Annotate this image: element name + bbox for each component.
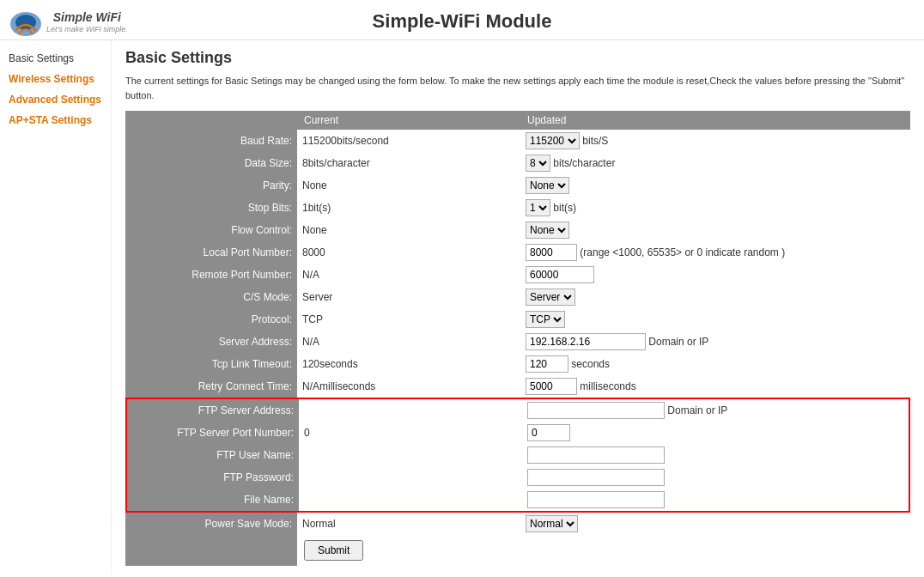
label-ftp-username: FTP User Name: <box>127 444 299 466</box>
label-ftp-server-address: FTP Server Address: <box>127 399 299 422</box>
select-flow-control[interactable]: None <box>526 222 569 239</box>
input-ftp-username[interactable] <box>527 446 665 464</box>
input-server-address[interactable] <box>526 333 646 350</box>
current-remote-port: N/A <box>297 264 520 286</box>
table-row: Remote Port Number: N/A <box>125 264 910 286</box>
logo-brand: Simple WiFi <box>46 10 128 25</box>
updated-local-port: (range <1000, 65535> or 0 indicate rando… <box>520 241 910 264</box>
label-protocol: Protocol: <box>125 308 297 331</box>
current-tcp-timeout: 120seconds <box>297 353 520 375</box>
input-local-port[interactable] <box>526 244 577 261</box>
col-current: Current <box>297 111 520 130</box>
table-row: Stop Bits: 1bit(s) 1 bit(s) <box>125 197 910 219</box>
logo-tagline: Let's make WiFi simple. <box>46 25 128 34</box>
updated-remote-port <box>520 264 910 286</box>
input-ftp-port[interactable] <box>527 424 570 441</box>
label-stop-bits: Stop Bits: <box>125 197 297 219</box>
col-updated: Updated <box>520 111 910 130</box>
input-tcp-timeout[interactable] <box>526 355 568 373</box>
submit-cell: Submit <box>297 535 910 566</box>
table-row: File Name: <box>127 489 909 511</box>
submit-button[interactable]: Submit <box>304 540 363 561</box>
table-row: Baud Rate: 115200bits/second 115200 bits… <box>125 130 910 152</box>
updated-ftp-username <box>522 444 909 466</box>
updated-server-address: Domain or IP <box>520 331 910 353</box>
current-power-save: Normal <box>297 513 520 535</box>
input-retry-connect[interactable] <box>526 378 577 395</box>
ftp-table: FTP Server Address: Domain or IP FTP Ser… <box>127 399 909 511</box>
current-ftp-password <box>299 466 522 489</box>
table-row: FTP Server Port Number: 0 <box>127 422 909 444</box>
current-parity: None <box>297 174 520 197</box>
current-flow-control: None <box>297 219 520 241</box>
updated-flow-control: None <box>520 219 910 241</box>
page-header: Simple WiFi Let's make WiFi simple. Simp… <box>0 0 924 40</box>
table-row: Power Save Mode: Normal Normal <box>125 513 910 535</box>
input-ftp-password[interactable] <box>527 469 665 486</box>
current-local-port: 8000 <box>297 241 520 264</box>
table-row: Submit <box>125 535 910 566</box>
select-data-size[interactable]: 8 <box>526 155 550 172</box>
label-parity: Parity: <box>125 174 297 197</box>
current-file-name <box>299 489 522 511</box>
label-power-save: Power Save Mode: <box>125 513 297 535</box>
label-retry-connect: Retry Connect Time: <box>125 375 297 398</box>
table-row: FTP Password: <box>127 466 909 489</box>
label-baud-rate: Baud Rate: <box>125 130 297 152</box>
input-remote-port[interactable] <box>526 266 594 283</box>
updated-baud-rate: 115200 bits/S <box>520 130 910 152</box>
table-row: Retry Connect Time: N/Amilliseconds mill… <box>125 375 910 398</box>
updated-ftp-password <box>522 466 909 489</box>
select-protocol[interactable]: TCP <box>526 311 565 328</box>
input-file-name[interactable] <box>527 491 665 508</box>
label-file-name: File Name: <box>127 489 299 511</box>
sidebar-item-apsta[interactable]: AP+STA Settings <box>7 111 104 130</box>
select-baud-rate[interactable]: 115200 <box>526 132 580 149</box>
input-ftp-server-address[interactable] <box>527 402 665 419</box>
submit-label-cell <box>125 535 297 566</box>
label-ftp-port: FTP Server Port Number: <box>127 422 299 444</box>
updated-retry-connect: milliseconds <box>520 375 910 398</box>
settings-table: Current Updated Baud Rate: 115200bits/se… <box>125 111 910 398</box>
table-row: Local Port Number: 8000 (range <1000, 65… <box>125 241 910 264</box>
label-local-port: Local Port Number: <box>125 241 297 264</box>
current-ftp-port: 0 <box>299 422 522 444</box>
updated-power-save: Normal <box>520 513 910 535</box>
label-tcp-timeout: Tcp Link Timeout: <box>125 353 297 375</box>
table-row: Parity: None None <box>125 174 910 197</box>
updated-parity: None <box>520 174 910 197</box>
description: The current settings for Basic Setings m… <box>125 74 910 102</box>
sidebar-item-advanced[interactable]: Advanced Settings <box>7 90 104 109</box>
current-ftp-username <box>299 444 522 466</box>
table-row: FTP User Name: <box>127 444 909 466</box>
updated-file-name <box>522 489 909 511</box>
table-row: Tcp Link Timeout: 120seconds seconds <box>125 353 910 375</box>
logo: Simple WiFi Let's make WiFi simple. <box>9 7 128 38</box>
current-ftp-server-address <box>299 399 522 422</box>
label-cs-mode: C/S Mode: <box>125 286 297 308</box>
select-cs-mode[interactable]: Server <box>526 288 575 306</box>
power-save-table: Power Save Mode: Normal Normal Submit <box>125 513 910 566</box>
page-title: Basic Settings <box>125 49 910 67</box>
updated-ftp-server-address: Domain or IP <box>522 399 909 422</box>
main-content: Basic Settings The current settings for … <box>112 40 924 574</box>
select-stop-bits[interactable]: 1 <box>526 199 550 216</box>
sidebar-item-basic[interactable]: Basic Settings <box>7 49 104 68</box>
ftp-section: FTP Server Address: Domain or IP FTP Ser… <box>125 398 910 513</box>
logo-text: Simple WiFi Let's make WiFi simple. <box>46 10 128 34</box>
updated-data-size: 8 bits/character <box>520 152 910 174</box>
current-protocol: TCP <box>297 308 520 331</box>
label-server-address: Server Address: <box>125 331 297 353</box>
sidebar-item-wireless[interactable]: Wireless Settings <box>7 70 104 88</box>
sidebar: Basic Settings Wireless Settings Advance… <box>0 40 112 574</box>
logo-icon <box>9 7 43 38</box>
table-row: Protocol: TCP TCP <box>125 308 910 331</box>
table-row: FTP Server Address: Domain or IP <box>127 399 909 422</box>
label-data-size: Data Size: <box>125 152 297 174</box>
select-power-save[interactable]: Normal <box>526 515 578 532</box>
table-row: Flow Control: None None <box>125 219 910 241</box>
page-title-header: Simple-WiFi Module <box>0 10 924 33</box>
current-server-address: N/A <box>297 331 520 353</box>
select-parity[interactable]: None <box>526 177 569 194</box>
table-row: Server Address: N/A Domain or IP <box>125 331 910 353</box>
